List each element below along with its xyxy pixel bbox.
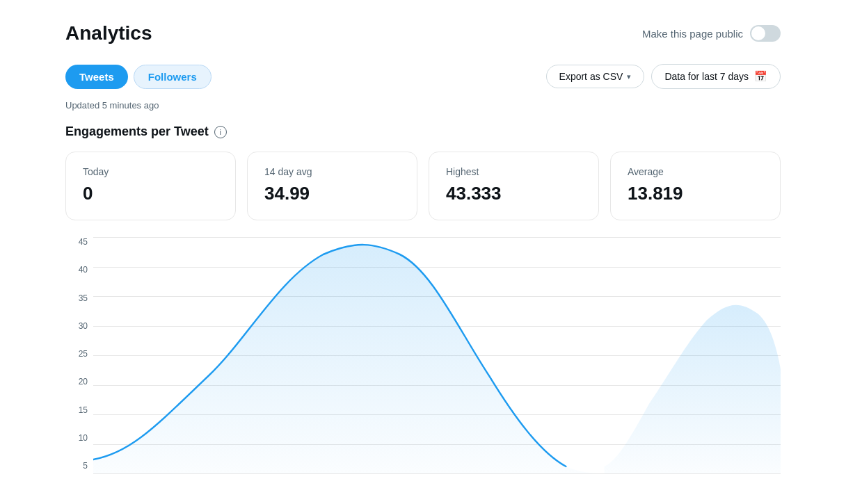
date-range-label: Data for last 7 days xyxy=(664,71,749,82)
y-axis-label: 10 xyxy=(65,433,93,443)
card-highest-label: Highest xyxy=(446,166,582,177)
y-axis-label: 30 xyxy=(65,321,93,331)
chevron-down-icon: ▾ xyxy=(627,72,631,81)
card-highest: Highest 43.333 xyxy=(429,152,599,220)
tab-tweets[interactable]: Tweets xyxy=(65,65,128,89)
public-toggle[interactable] xyxy=(750,25,781,42)
date-range-button[interactable]: Data for last 7 days 📅 xyxy=(651,64,781,89)
tab-group: Tweets Followers xyxy=(65,65,212,89)
page-title: Analytics xyxy=(65,22,152,44)
card-today-value: 0 xyxy=(83,183,218,204)
calendar-icon: 📅 xyxy=(754,70,767,83)
y-axis-label: 35 xyxy=(65,293,93,303)
card-14day-label: 14 day avg xyxy=(264,166,400,177)
y-axis-label: 20 xyxy=(65,377,93,387)
stats-cards: Today 0 14 day avg 34.99 Highest 43.333 … xyxy=(65,152,781,220)
toolbar: Export as CSV ▾ Data for last 7 days 📅 xyxy=(546,64,781,89)
chart-y-axis: 45403530252015105 xyxy=(65,237,93,473)
chart-svg xyxy=(93,237,781,473)
section-header: Engagements per Tweet i xyxy=(65,124,781,139)
y-axis-label: 5 xyxy=(65,461,93,471)
export-label: Export as CSV xyxy=(559,71,623,82)
card-today: Today 0 xyxy=(65,152,236,220)
tabs-toolbar-row: Tweets Followers Export as CSV ▾ Data fo… xyxy=(65,64,781,89)
make-public-label: Make this page public xyxy=(642,28,743,40)
y-axis-label: 25 xyxy=(65,349,93,359)
info-icon[interactable]: i xyxy=(214,126,227,138)
card-average-value: 13.819 xyxy=(628,183,763,204)
analytics-page: Analytics Make this page public Tweets F… xyxy=(0,0,846,504)
card-highest-value: 43.333 xyxy=(446,183,582,204)
header-right: Make this page public xyxy=(642,25,781,42)
export-csv-button[interactable]: Export as CSV ▾ xyxy=(546,65,645,88)
page-header: Analytics Make this page public xyxy=(65,22,781,44)
card-14day-avg: 14 day avg 34.99 xyxy=(247,152,417,220)
card-14day-value: 34.99 xyxy=(264,183,400,204)
tab-followers[interactable]: Followers xyxy=(134,65,212,89)
chart-inner xyxy=(93,237,781,473)
y-axis-label: 15 xyxy=(65,405,93,415)
grid-line xyxy=(93,473,781,474)
chart-area: 45403530252015105 xyxy=(65,237,781,473)
y-axis-label: 40 xyxy=(65,265,93,275)
card-average-label: Average xyxy=(628,166,763,177)
card-today-label: Today xyxy=(83,166,218,177)
y-axis-label: 45 xyxy=(65,237,93,247)
updated-timestamp: Updated 5 minutes ago xyxy=(65,100,781,111)
section-title: Engagements per Tweet xyxy=(65,124,209,139)
card-average: Average 13.819 xyxy=(610,152,781,220)
